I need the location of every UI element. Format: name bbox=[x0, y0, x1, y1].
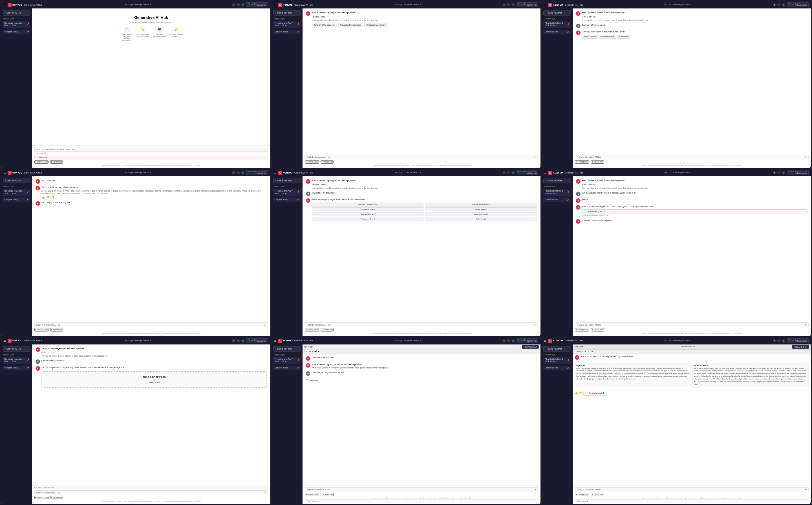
upload-files-btn-9[interactable]: ⬆ Upload files bbox=[591, 493, 604, 496]
chat-input-9[interactable] bbox=[577, 489, 804, 491]
settings-icon-7[interactable]: ⚙ bbox=[232, 339, 235, 342]
breadcrumb-3[interactable]: GPT-4o | Knowledge Search ∨ bbox=[585, 4, 771, 6]
help-icon-2[interactable]: ? bbox=[507, 3, 510, 6]
prompt-store-btn-5[interactable]: ✦ Prompt Store bbox=[305, 328, 319, 332]
lang-btn-5-4[interactable]: French (France) bbox=[425, 207, 537, 211]
chat-input-6[interactable] bbox=[577, 324, 804, 326]
drag-drop-area-7[interactable]: DRAG & DROP FILES or Select a File bbox=[41, 371, 267, 388]
lang-btn-5-3[interactable]: Portuguese (Brazil) bbox=[312, 207, 424, 211]
chat-input-2[interactable] bbox=[307, 156, 533, 158]
add-files-btn-9[interactable]: Files Added: 1/4 bbox=[792, 345, 809, 349]
comparison-download-9[interactable]: 📄 Comparison.pdf ⬇ bbox=[583, 391, 606, 395]
breadcrumb-2[interactable]: GPT-4o | Knowledge Search ∨ bbox=[314, 4, 501, 6]
lang-btn-5-7[interactable]: Portuguese (Brazil) bbox=[312, 217, 424, 221]
hamburger-icon-7[interactable]: ☰ bbox=[3, 339, 6, 342]
thumbs-up-9[interactable]: 👍 bbox=[575, 392, 578, 394]
user-icon-6[interactable]: 👤 bbox=[782, 171, 785, 174]
new-chat-button-8[interactable]: + Start a new chat bbox=[273, 346, 301, 351]
hamburger-icon-4[interactable]: ☰ bbox=[3, 171, 6, 174]
new-chat-button-2[interactable]: + Start a new chat bbox=[273, 10, 301, 15]
chat-item-s9-1[interactable]: File upload chat Aug 9, 2024, 11:30 am 📌 bbox=[543, 357, 571, 364]
new-chat-button[interactable]: + Start a new chat bbox=[3, 10, 30, 15]
chat-item-s6-1[interactable]: File upload chat Aug 9, 2024, 11:30 am 📌 bbox=[543, 189, 571, 196]
bullet-points-btn[interactable]: Bullet points bbox=[617, 35, 630, 39]
breadcrumb-8[interactable]: GPT-4o | Knowledge Search ∨ bbox=[314, 340, 501, 342]
chat-item-s2-2[interactable]: Compose a blog 📌 bbox=[273, 30, 301, 34]
settings-icon-2[interactable]: ⚙ bbox=[502, 3, 506, 6]
prompt-store-btn-8[interactable]: ✦ Prompt Store bbox=[305, 493, 319, 496]
user-icon-8[interactable]: 👤 bbox=[511, 339, 515, 342]
user-icon-2[interactable]: 👤 bbox=[511, 3, 515, 6]
feature-4[interactable]: 💡 Get instant business insights. bbox=[169, 27, 183, 41]
chat-item-s9-2[interactable]: Compose a blog 📌 bbox=[543, 366, 571, 370]
breadcrumb[interactable]: GPT-4o | Knowledge Search ∨ bbox=[44, 4, 231, 6]
help-icon[interactable]: ? bbox=[237, 3, 240, 6]
chat-item-s5-1[interactable]: File upload chat Aug 9, 2024, 11:30 am 📌 bbox=[273, 189, 301, 196]
breadcrumb-4[interactable]: GPT-4o | Knowledge Search ∨ bbox=[44, 172, 231, 174]
user-icon-7[interactable]: 👤 bbox=[241, 339, 244, 342]
lang-btn-5-5[interactable]: German (Germany) bbox=[312, 212, 424, 216]
new-chat-button-7[interactable]: + Start a new chat bbox=[3, 346, 30, 351]
hamburger-icon-8[interactable]: ☰ bbox=[274, 339, 276, 342]
breadcrumb-6[interactable]: GPT-4o | Knowledge Search ∨ bbox=[585, 172, 771, 174]
breadcrumb-9[interactable]: GPT-4o | Knowledge Search ∨ bbox=[585, 340, 771, 342]
chat-item-s7-1[interactable]: File upload chat Aug 9, 2024, 11:30 am 📌 bbox=[3, 357, 30, 364]
feature-3[interactable]: 🖥️ Develop a presentation online bbox=[152, 27, 166, 41]
send-button-6[interactable]: ➤ bbox=[805, 324, 807, 326]
upload-files-btn-5[interactable]: ⬆ Upload files bbox=[321, 328, 333, 332]
file1-tab-9[interactable]: MyFile.pdf bbox=[574, 346, 584, 348]
hamburger-icon-2[interactable]: ☰ bbox=[274, 3, 276, 6]
user-icon-4[interactable]: 👤 bbox=[241, 171, 244, 174]
prompt-store-btn-3[interactable]: ✦ Prompt Store bbox=[575, 160, 589, 164]
short-summary-btn[interactable]: Short Summary bbox=[582, 35, 598, 39]
hamburger-icon-5[interactable]: ☰ bbox=[274, 171, 276, 174]
chat-input-7[interactable] bbox=[36, 492, 263, 494]
breadcrumb-7[interactable]: GPT-4o | Knowledge Search ∨ bbox=[44, 340, 231, 342]
upload-files-btn-3[interactable]: ⬆ Upload files bbox=[591, 160, 604, 164]
upload-files-btn-4[interactable]: ⬆ Upload files bbox=[50, 328, 63, 332]
chat-input-3[interactable] bbox=[577, 156, 804, 158]
chat-item-s3-1[interactable]: File upload chat Aug 9, 2024, 11:30 am 📌 bbox=[543, 21, 571, 28]
send-button-7[interactable]: ➤ bbox=[264, 491, 266, 494]
prompt-store-btn-7[interactable]: ✦ Prompt Store bbox=[34, 496, 48, 499]
chat-item-s7-2[interactable]: Compose a blog 📌 bbox=[3, 366, 30, 370]
chat-input-5[interactable] bbox=[307, 324, 533, 326]
hamburger-icon-6[interactable]: ☰ bbox=[544, 171, 546, 174]
prompt-store-btn-4[interactable]: ✦ Prompt Store bbox=[34, 328, 48, 332]
user-icon-9[interactable]: 👤 bbox=[782, 339, 785, 342]
send-button-1[interactable]: ? bbox=[265, 148, 266, 151]
prompt-store-btn-9[interactable]: ✦ Prompt Store bbox=[575, 493, 589, 496]
help-icon-6[interactable]: ? bbox=[777, 171, 781, 174]
chat-input-8[interactable] bbox=[307, 489, 533, 491]
send-button-8[interactable]: ➤ bbox=[534, 488, 536, 491]
new-chat-button-3[interactable]: + Start a new chat bbox=[543, 10, 571, 15]
new-chat-button-4[interactable]: + Start a new chat bbox=[3, 178, 30, 183]
user-icon-5[interactable]: 👤 bbox=[511, 171, 515, 174]
help-icon-7[interactable]: ? bbox=[237, 339, 240, 342]
upload-files-btn-6[interactable]: ⬆ Upload files bbox=[591, 328, 604, 332]
add-files-btn-8[interactable]: Files Added: 1/4 bbox=[522, 345, 539, 349]
translate-btn-2[interactable]: Translate of my document bbox=[338, 23, 363, 27]
upload-files-btn-7[interactable]: ⬆ Upload files bbox=[50, 496, 63, 499]
lang-btn-5-1[interactable]: Simplified Chinese (China) bbox=[312, 202, 424, 206]
settings-icon-8[interactable]: ⚙ bbox=[502, 339, 506, 342]
send-button-2[interactable]: ➤ bbox=[534, 156, 536, 158]
feature-2[interactable]: ✏️ Write a blog article for Kenvue brand… bbox=[136, 27, 150, 41]
send-button-4[interactable]: ➤ bbox=[264, 324, 266, 326]
zoom-out-btn-9[interactable]: - bbox=[574, 350, 575, 353]
lang-btn-5-2[interactable]: Spanish (Latin America) bbox=[425, 202, 537, 206]
compare-btn-2[interactable]: Compare my document bbox=[364, 23, 387, 27]
thumbs-down-icon-4[interactable]: 👎 bbox=[46, 196, 49, 199]
help-icon-9[interactable]: ? bbox=[777, 339, 781, 342]
prompt-store-btn-6[interactable]: ✦ Prompt Store bbox=[575, 328, 589, 332]
new-chat-button-6[interactable]: + Start a new chat bbox=[543, 178, 571, 183]
zoom-out-btn-8[interactable]: - bbox=[304, 350, 305, 353]
summary-btn-2[interactable]: Summary of my document bbox=[312, 23, 337, 27]
zoom-in-btn-9[interactable]: + bbox=[582, 350, 584, 353]
settings-icon-3[interactable]: ⚙ bbox=[773, 3, 776, 6]
translate-another-6[interactable]: Translate to another language ↻ bbox=[582, 215, 807, 217]
chat-item-s8-2[interactable]: Compose a blog 📌 bbox=[273, 366, 301, 370]
upload-files-btn-8[interactable]: ⬆ Upload files bbox=[321, 493, 333, 496]
thumbs-up-icon-4[interactable]: 👍 bbox=[41, 196, 44, 199]
help-icon-4[interactable]: ? bbox=[237, 171, 240, 174]
